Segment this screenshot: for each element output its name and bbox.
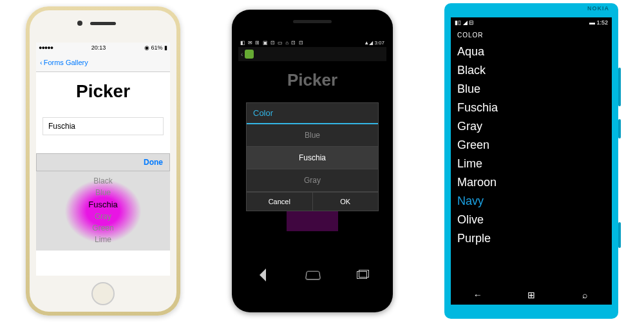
list-item[interactable]: Purple bbox=[457, 229, 605, 248]
done-button[interactable]: Done bbox=[144, 158, 163, 167]
home-icon[interactable] bbox=[305, 271, 321, 280]
wheel-item[interactable]: Black bbox=[36, 175, 170, 187]
picker-option-selected[interactable]: Fuschia bbox=[247, 147, 378, 169]
back-icon[interactable] bbox=[260, 269, 266, 281]
battery-indicator: ◉ 61% ▮ bbox=[144, 44, 167, 51]
ios-screen: ●●●●● 20:13 ◉ 61% ▮ ‹ Forms Gallery Pick… bbox=[36, 43, 170, 276]
picker-dialog: Color Blue Fuschia Gray Cancel OK bbox=[246, 102, 379, 211]
list-item[interactable]: Lime bbox=[457, 155, 605, 173]
picker-list: Aqua Black Blue Fuschia Gray Green Lime … bbox=[451, 41, 612, 249]
wifi-icon: ▲◢ bbox=[364, 40, 373, 46]
search-icon[interactable]: ⌕ bbox=[578, 290, 591, 300]
page-title: Picker bbox=[36, 72, 170, 108]
list-item[interactable]: Gray bbox=[457, 117, 605, 136]
picker-input[interactable]: Fuschia bbox=[43, 117, 164, 135]
notification-icons: ◧ ✉ ⊞ ▣ ⊡ ▭ ⌂ ⊡ ⊡ bbox=[240, 40, 304, 46]
cancel-button[interactable]: Cancel bbox=[247, 192, 313, 211]
list-item[interactable]: Fuschia bbox=[457, 99, 605, 117]
android-nav-bar bbox=[238, 266, 386, 284]
wp-nav-bar: ← ⊞ ⌕ bbox=[451, 285, 612, 305]
status-time: 20:13 bbox=[91, 44, 106, 51]
back-icon[interactable]: ← bbox=[471, 290, 484, 300]
picker-option[interactable]: Blue bbox=[247, 124, 378, 147]
wp-status-bar: ▮▯ ◢ ⊟ ▬ 1:52 bbox=[451, 17, 612, 28]
wheel-item[interactable]: Gray bbox=[36, 211, 170, 222]
page-header: COLOR bbox=[451, 28, 612, 41]
wheel-item-selected[interactable]: Fuschia bbox=[36, 198, 170, 211]
android-screen: ◧ ✉ ⊞ ▣ ⊡ ▭ ⌂ ⊡ ⊡ ▲◢ 3:07 ‹ Picker Color… bbox=[238, 38, 386, 284]
windows-icon[interactable]: ⊞ bbox=[525, 290, 538, 300]
picker-toolbar: Done bbox=[36, 153, 170, 171]
picker-option[interactable]: Gray bbox=[247, 169, 378, 192]
ok-button[interactable]: OK bbox=[313, 192, 379, 211]
back-button-label: Forms Gallery bbox=[44, 59, 88, 66]
signal-icon: ●●●●● bbox=[39, 44, 53, 51]
wp-screen: ▮▯ ◢ ⊟ ▬ 1:52 COLOR Aqua Black Blue Fusc… bbox=[451, 17, 612, 305]
brand-logo: NOKIA bbox=[587, 5, 609, 12]
ios-nav-bar[interactable]: ‹ Forms Gallery bbox=[36, 53, 170, 72]
wheel-item[interactable]: Lime bbox=[36, 234, 170, 245]
wheel-item[interactable]: Green bbox=[36, 222, 170, 234]
list-item[interactable]: Aqua bbox=[457, 43, 605, 61]
wheel-item[interactable]: Blue bbox=[36, 187, 170, 198]
ios-device-frame: ●●●●● 20:13 ◉ 61% ▮ ‹ Forms Gallery Pick… bbox=[26, 6, 180, 316]
status-time: 3:07 bbox=[374, 40, 384, 46]
battery-icon: ▬ bbox=[589, 19, 595, 26]
signal-icon: ▮▯ ◢ ⊟ bbox=[455, 19, 474, 26]
app-logo-icon bbox=[245, 50, 254, 59]
list-item[interactable]: Blue bbox=[457, 80, 605, 99]
home-button[interactable] bbox=[91, 282, 115, 305]
list-item[interactable]: Black bbox=[457, 61, 605, 80]
chevron-left-icon: ‹ bbox=[40, 59, 43, 66]
android-status-bar: ◧ ✉ ⊞ ▣ ⊡ ▭ ⌂ ⊡ ⊡ ▲◢ 3:07 bbox=[238, 38, 386, 47]
dialog-title: Color bbox=[247, 103, 378, 124]
status-time: 1:52 bbox=[596, 19, 608, 26]
list-item[interactable]: Maroon bbox=[457, 173, 605, 192]
list-item[interactable]: Green bbox=[457, 136, 605, 155]
picker-wheel[interactable]: Black Blue Fuschia Gray Green Lime bbox=[36, 171, 170, 251]
list-item-selected[interactable]: Navy bbox=[457, 192, 605, 211]
android-device-frame: ◧ ✉ ⊞ ▣ ⊡ ▭ ⌂ ⊡ ⊡ ▲◢ 3:07 ‹ Picker Color… bbox=[232, 10, 393, 312]
android-app-bar: ‹ bbox=[238, 47, 386, 61]
wp-device-frame: NOKIA ▮▯ ◢ ⊟ ▬ 1:52 COLOR Aqua Black Blu… bbox=[444, 3, 618, 319]
list-item[interactable]: Olive bbox=[457, 211, 605, 229]
back-icon[interactable]: ‹ bbox=[241, 51, 243, 58]
recent-apps-icon[interactable] bbox=[357, 271, 368, 279]
ios-status-bar: ●●●●● 20:13 ◉ 61% ▮ bbox=[36, 43, 170, 53]
